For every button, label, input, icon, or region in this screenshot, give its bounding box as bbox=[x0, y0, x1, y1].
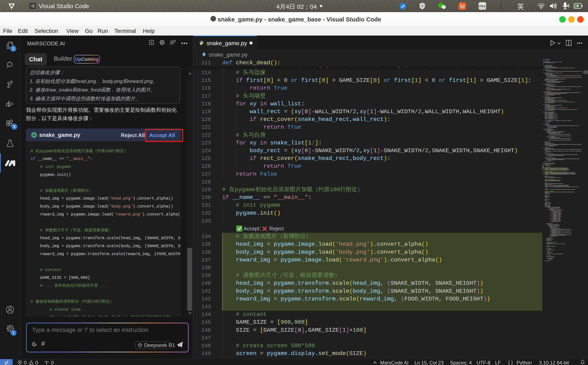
svg-text:A: A bbox=[421, 4, 423, 8]
svg-text:m: m bbox=[461, 5, 463, 8]
